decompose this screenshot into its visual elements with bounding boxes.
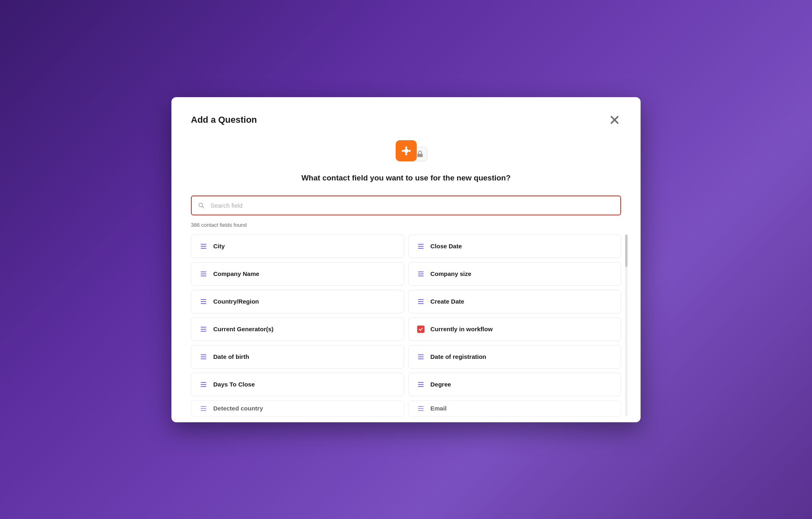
field-icon-currently-in-workflow — [416, 324, 426, 334]
modal-title: Add a Question — [191, 115, 257, 125]
field-icon-detected-country — [199, 404, 208, 413]
field-label-date-of-registration: Date of registration — [431, 353, 487, 360]
svg-rect-9 — [403, 150, 406, 151]
hubspot-icon — [396, 140, 417, 161]
search-icon — [197, 202, 205, 209]
field-icon-close-date — [416, 241, 426, 251]
field-icon-country-region — [199, 297, 208, 306]
field-item-company-name[interactable]: Company Name — [191, 262, 404, 286]
field-label-country-region: Country/Region — [213, 298, 259, 305]
field-item-country-region[interactable]: Country/Region — [191, 290, 404, 313]
scrollbar-track — [625, 235, 628, 417]
icon-area — [191, 138, 621, 164]
field-label-email: Email — [431, 405, 447, 412]
field-icon-create-date — [416, 297, 426, 306]
field-label-detected-country: Detected country — [213, 405, 263, 412]
modal-dialog: Add a Question — [171, 97, 641, 422]
field-item-detected-country[interactable]: Detected country — [191, 400, 404, 417]
lock-svg — [416, 150, 424, 158]
field-item-close-date[interactable]: Close Date — [408, 235, 621, 258]
field-icon-email — [416, 404, 426, 413]
field-label-close-date: Close Date — [431, 243, 462, 250]
field-icon-days-to-close — [199, 380, 208, 389]
hubspot-logo — [400, 145, 412, 157]
svg-rect-10 — [406, 150, 409, 151]
field-icon-degree — [416, 380, 426, 389]
modal-header: Add a Question — [191, 113, 621, 126]
field-item-date-of-registration[interactable]: Date of registration — [408, 345, 621, 369]
field-icon-city — [199, 241, 208, 251]
left-column: City Company Name Country/Region Current… — [191, 235, 404, 417]
search-input[interactable] — [191, 195, 621, 215]
field-label-currently-in-workflow: Currently in workflow — [431, 326, 493, 332]
svg-rect-11 — [417, 154, 423, 157]
field-label-current-generators: Current Generator(s) — [213, 326, 273, 332]
field-label-company-name: Company Name — [213, 270, 259, 277]
scrollbar-thumb[interactable] — [625, 235, 628, 267]
fields-count: 386 contact fields found — [191, 222, 621, 228]
fields-grid: City Company Name Country/Region Current… — [191, 235, 621, 417]
field-label-degree: Degree — [431, 381, 451, 388]
search-container — [191, 195, 621, 215]
field-item-date-of-birth[interactable]: Date of birth — [191, 345, 404, 369]
modal-subtitle: What contact field you want to use for t… — [191, 174, 621, 182]
close-button[interactable] — [608, 113, 621, 126]
field-icon-company-size — [416, 269, 426, 279]
field-label-date-of-birth: Date of birth — [213, 353, 249, 360]
field-label-company-size: Company size — [431, 270, 472, 277]
field-icon-date-of-birth — [199, 352, 208, 362]
field-item-create-date[interactable]: Create Date — [408, 290, 621, 313]
field-icon-company-name — [199, 269, 208, 279]
field-icon-current-generators — [199, 324, 208, 334]
field-item-email[interactable]: Email — [408, 400, 621, 417]
field-icon-date-of-registration — [416, 352, 426, 362]
field-item-degree[interactable]: Degree — [408, 373, 621, 396]
field-item-current-generators[interactable]: Current Generator(s) — [191, 317, 404, 341]
field-item-days-to-close[interactable]: Days To Close — [191, 373, 404, 396]
field-label-city: City — [213, 243, 225, 250]
field-item-city[interactable]: City — [191, 235, 404, 258]
field-item-company-size[interactable]: Company size — [408, 262, 621, 286]
field-label-create-date: Create Date — [431, 298, 464, 305]
right-column: Close Date Company size Create Date — [408, 235, 621, 417]
field-item-currently-in-workflow[interactable]: Currently in workflow — [408, 317, 621, 341]
field-label-days-to-close: Days To Close — [213, 381, 255, 388]
